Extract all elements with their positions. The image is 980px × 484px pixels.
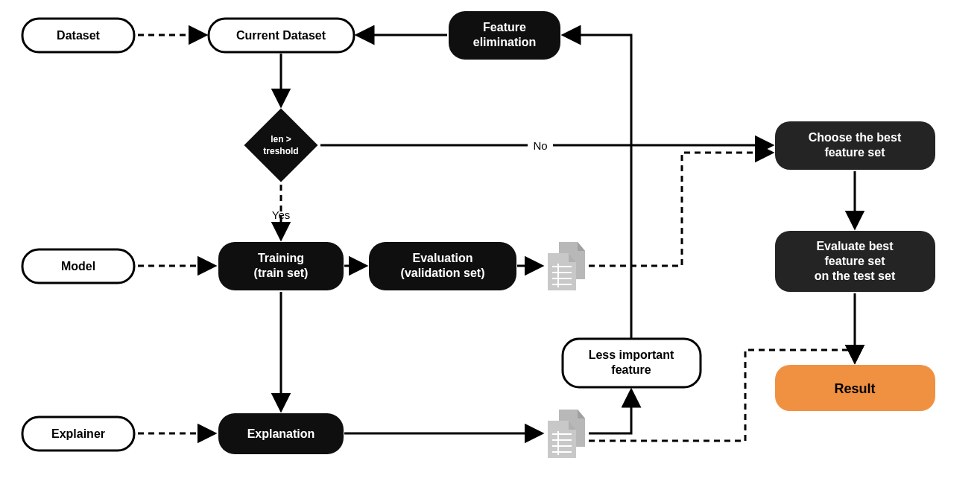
label-explainer: Explainer: [51, 427, 105, 440]
node-model: Model: [22, 249, 134, 283]
edge-files1-to-choose: [589, 153, 771, 266]
node-training: Training (train set): [218, 242, 344, 290]
label-no: No: [533, 139, 547, 152]
label-choose-2: feature set: [825, 146, 886, 159]
node-explainer: Explainer: [22, 417, 134, 450]
label-yes: Yes: [272, 208, 290, 221]
node-explanation: Explanation: [218, 413, 344, 454]
edge-files2-to-lessimp: [589, 391, 631, 433]
label-result: Result: [834, 381, 875, 396]
node-evaluate-best: Evaluate best feature set on the test se…: [775, 231, 935, 292]
node-dataset: Dataset: [22, 19, 134, 52]
node-result: Result: [775, 365, 935, 411]
label-explanation: Explanation: [247, 427, 315, 440]
label-training-1: Training: [258, 252, 304, 264]
node-less-important: Less important feature: [563, 339, 701, 387]
label-current-dataset: Current Dataset: [236, 29, 326, 42]
label-evaluation-1: Evaluation: [413, 252, 473, 264]
svg-rect-3: [244, 109, 318, 182]
label-decision-2: treshold: [263, 146, 298, 156]
files-icon-1: [548, 242, 585, 290]
label-evaluation-2: (validation set): [401, 267, 485, 279]
node-evaluation: Evaluation (validation set): [369, 242, 516, 290]
edge-lessimp-to-featelim: [564, 35, 631, 339]
label-eval-best-3: on the test set: [815, 270, 896, 282]
label-eval-best-2: feature set: [825, 255, 886, 267]
node-current-dataset: Current Dataset: [209, 19, 354, 52]
label-eval-best-1: Evaluate best: [816, 240, 894, 252]
label-feature-elim-2: elimination: [473, 36, 536, 48]
node-feature-elimination: Feature elimination: [449, 11, 560, 60]
label-decision-1: len >: [271, 134, 291, 144]
label-feature-elim-1: Feature: [483, 21, 526, 34]
node-choose-best: Choose the best feature set: [775, 121, 935, 170]
label-training-2: (train set): [254, 267, 309, 279]
label-model: Model: [61, 260, 95, 273]
label-less-imp-2: feature: [611, 363, 651, 376]
label-choose-1: Choose the best: [809, 131, 902, 144]
label-dataset: Dataset: [57, 29, 100, 42]
node-decision: len > treshold: [244, 109, 318, 182]
label-less-imp-1: Less important: [589, 348, 674, 361]
files-icon-2: [548, 410, 585, 458]
flowchart-diagram: Dataset Current Dataset Feature eliminat…: [0, 0, 980, 484]
